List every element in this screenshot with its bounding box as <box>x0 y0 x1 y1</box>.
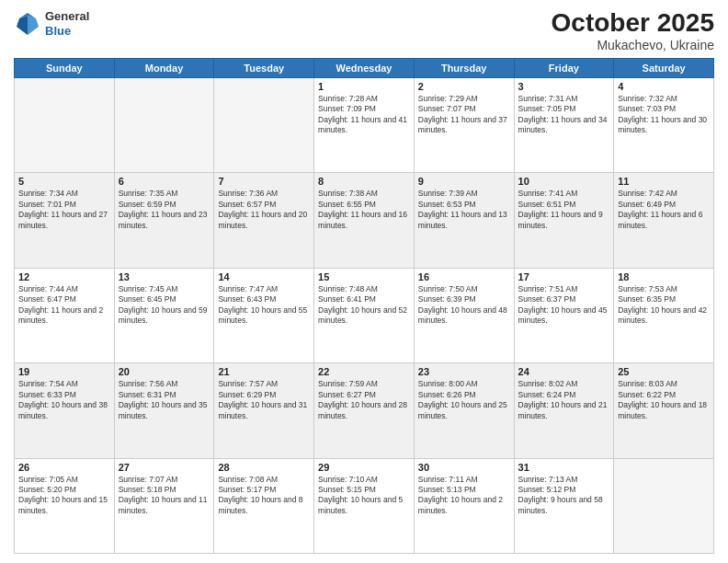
day-number: 23 <box>418 366 510 377</box>
day-details: Sunrise: 7:50 AMSunset: 6:39 PMDaylight:… <box>418 284 510 327</box>
table-row: 3Sunrise: 7:31 AMSunset: 7:05 PMDaylight… <box>514 77 614 172</box>
table-row <box>214 77 314 172</box>
table-row: 30Sunrise: 7:11 AMSunset: 5:13 PMDayligh… <box>414 458 514 553</box>
day-number: 7 <box>218 176 310 187</box>
table-row: 10Sunrise: 7:41 AMSunset: 6:51 PMDayligh… <box>514 173 614 268</box>
day-number: 16 <box>418 271 510 282</box>
day-number: 18 <box>618 271 710 282</box>
table-row: 13Sunrise: 7:45 AMSunset: 6:45 PMDayligh… <box>114 268 214 362</box>
table-row: 24Sunrise: 8:02 AMSunset: 6:24 PMDayligh… <box>514 363 614 458</box>
logo-text: General Blue <box>45 9 89 38</box>
day-details: Sunrise: 7:59 AMSunset: 6:27 PMDaylight:… <box>318 379 410 421</box>
col-monday: Monday <box>114 58 214 77</box>
day-details: Sunrise: 7:07 AMSunset: 5:18 PMDaylight:… <box>119 475 210 517</box>
calendar-week-row: 19Sunrise: 7:54 AMSunset: 6:33 PMDayligh… <box>15 363 714 458</box>
day-details: Sunrise: 7:56 AMSunset: 6:31 PMDaylight:… <box>119 379 210 421</box>
day-number: 13 <box>119 271 210 282</box>
table-row: 5Sunrise: 7:34 AMSunset: 7:01 PMDaylight… <box>15 173 115 268</box>
table-row: 18Sunrise: 7:53 AMSunset: 6:35 PMDayligh… <box>614 268 714 362</box>
day-number: 11 <box>618 176 710 187</box>
col-friday: Friday <box>514 58 614 77</box>
day-number: 21 <box>218 366 310 377</box>
day-number: 12 <box>18 271 110 282</box>
table-row: 2Sunrise: 7:29 AMSunset: 7:07 PMDaylight… <box>414 77 514 172</box>
title-block: October 2025 Mukachevo, Ukraine <box>552 9 714 52</box>
logo-line1: General <box>45 9 89 24</box>
day-details: Sunrise: 7:29 AMSunset: 7:07 PMDaylight:… <box>418 94 510 136</box>
table-row: 31Sunrise: 7:13 AMSunset: 5:12 PMDayligh… <box>514 458 614 553</box>
day-number: 22 <box>318 366 410 377</box>
day-number: 4 <box>618 81 710 92</box>
table-row: 6Sunrise: 7:35 AMSunset: 6:59 PMDaylight… <box>114 173 214 268</box>
col-wednesday: Wednesday <box>314 58 415 77</box>
day-number: 24 <box>518 366 610 377</box>
calendar-week-row: 12Sunrise: 7:44 AMSunset: 6:47 PMDayligh… <box>15 268 714 362</box>
table-row: 15Sunrise: 7:48 AMSunset: 6:41 PMDayligh… <box>314 268 415 362</box>
day-number: 6 <box>119 176 210 187</box>
day-number: 19 <box>18 366 110 377</box>
table-row: 14Sunrise: 7:47 AMSunset: 6:43 PMDayligh… <box>214 268 314 362</box>
day-details: Sunrise: 7:35 AMSunset: 6:59 PMDaylight:… <box>119 189 210 231</box>
day-details: Sunrise: 7:47 AMSunset: 6:43 PMDaylight:… <box>218 284 310 327</box>
day-details: Sunrise: 8:03 AMSunset: 6:22 PMDaylight:… <box>618 379 710 421</box>
table-row: 17Sunrise: 7:51 AMSunset: 6:37 PMDayligh… <box>514 268 614 362</box>
day-details: Sunrise: 7:57 AMSunset: 6:29 PMDaylight:… <box>218 379 310 421</box>
header: General Blue October 2025 Mukachevo, Ukr… <box>14 9 714 52</box>
day-number: 2 <box>418 81 510 92</box>
day-number: 14 <box>218 271 310 282</box>
logo-icon <box>14 10 41 38</box>
day-details: Sunrise: 7:53 AMSunset: 6:35 PMDaylight:… <box>618 284 710 327</box>
day-details: Sunrise: 7:45 AMSunset: 6:45 PMDaylight:… <box>119 284 210 327</box>
day-details: Sunrise: 7:51 AMSunset: 6:37 PMDaylight:… <box>518 284 610 327</box>
table-row: 7Sunrise: 7:36 AMSunset: 6:57 PMDaylight… <box>214 173 314 268</box>
day-details: Sunrise: 7:36 AMSunset: 6:57 PMDaylight:… <box>218 189 310 231</box>
day-number: 1 <box>318 81 410 92</box>
day-number: 27 <box>119 462 210 473</box>
day-details: Sunrise: 7:48 AMSunset: 6:41 PMDaylight:… <box>318 284 410 327</box>
table-row: 9Sunrise: 7:39 AMSunset: 6:53 PMDaylight… <box>414 173 514 268</box>
day-details: Sunrise: 7:31 AMSunset: 7:05 PMDaylight:… <box>518 94 610 136</box>
day-details: Sunrise: 7:11 AMSunset: 5:13 PMDaylight:… <box>418 475 510 517</box>
day-details: Sunrise: 7:28 AMSunset: 7:09 PMDaylight:… <box>318 94 410 136</box>
day-details: Sunrise: 7:32 AMSunset: 7:03 PMDaylight:… <box>618 94 710 136</box>
table-row: 11Sunrise: 7:42 AMSunset: 6:49 PMDayligh… <box>614 173 714 268</box>
day-number: 25 <box>618 366 710 377</box>
day-details: Sunrise: 7:34 AMSunset: 7:01 PMDaylight:… <box>18 189 110 231</box>
table-row: 28Sunrise: 7:08 AMSunset: 5:17 PMDayligh… <box>214 458 314 553</box>
day-number: 28 <box>218 462 310 473</box>
day-number: 30 <box>418 462 510 473</box>
day-details: Sunrise: 8:00 AMSunset: 6:26 PMDaylight:… <box>418 379 510 421</box>
day-details: Sunrise: 7:13 AMSunset: 5:12 PMDaylight:… <box>518 475 610 517</box>
calendar-subtitle: Mukachevo, Ukraine <box>552 38 714 52</box>
day-number: 10 <box>518 176 610 187</box>
table-row: 20Sunrise: 7:56 AMSunset: 6:31 PMDayligh… <box>114 363 214 458</box>
calendar-week-row: 1Sunrise: 7:28 AMSunset: 7:09 PMDaylight… <box>15 77 714 172</box>
col-thursday: Thursday <box>414 58 514 77</box>
table-row: 29Sunrise: 7:10 AMSunset: 5:15 PMDayligh… <box>314 458 415 553</box>
calendar-header-row: Sunday Monday Tuesday Wednesday Thursday… <box>15 58 714 77</box>
day-details: Sunrise: 7:08 AMSunset: 5:17 PMDaylight:… <box>218 475 310 517</box>
table-row: 25Sunrise: 8:03 AMSunset: 6:22 PMDayligh… <box>614 363 714 458</box>
table-row: 8Sunrise: 7:38 AMSunset: 6:55 PMDaylight… <box>314 173 415 268</box>
calendar-week-row: 26Sunrise: 7:05 AMSunset: 5:20 PMDayligh… <box>15 458 714 553</box>
table-row <box>614 458 714 553</box>
day-details: Sunrise: 7:05 AMSunset: 5:20 PMDaylight:… <box>18 475 110 517</box>
day-number: 26 <box>18 462 110 473</box>
day-number: 8 <box>318 176 410 187</box>
calendar-week-row: 5Sunrise: 7:34 AMSunset: 7:01 PMDaylight… <box>15 173 714 268</box>
table-row: 19Sunrise: 7:54 AMSunset: 6:33 PMDayligh… <box>15 363 115 458</box>
col-tuesday: Tuesday <box>214 58 314 77</box>
page: General Blue October 2025 Mukachevo, Ukr… <box>0 0 728 563</box>
day-details: Sunrise: 8:02 AMSunset: 6:24 PMDaylight:… <box>518 379 610 421</box>
logo-line2: Blue <box>45 24 89 39</box>
day-details: Sunrise: 7:44 AMSunset: 6:47 PMDaylight:… <box>18 284 110 327</box>
day-details: Sunrise: 7:41 AMSunset: 6:51 PMDaylight:… <box>518 189 610 231</box>
day-number: 5 <box>18 176 110 187</box>
table-row: 16Sunrise: 7:50 AMSunset: 6:39 PMDayligh… <box>414 268 514 362</box>
day-number: 17 <box>518 271 610 282</box>
table-row: 1Sunrise: 7:28 AMSunset: 7:09 PMDaylight… <box>314 77 415 172</box>
col-sunday: Sunday <box>15 58 115 77</box>
table-row: 27Sunrise: 7:07 AMSunset: 5:18 PMDayligh… <box>114 458 214 553</box>
day-number: 9 <box>418 176 510 187</box>
day-details: Sunrise: 7:39 AMSunset: 6:53 PMDaylight:… <box>418 189 510 231</box>
